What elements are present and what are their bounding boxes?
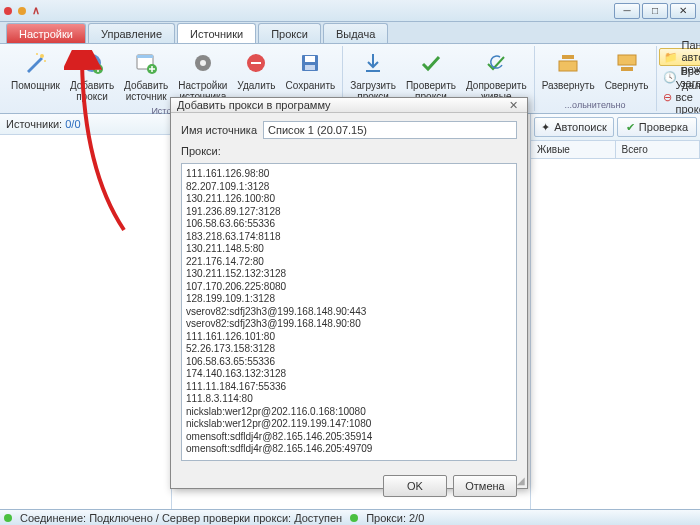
add-proxy-button[interactable]: Добавить прокси [65,46,119,105]
svg-rect-18 [621,67,633,71]
delete-icon [242,49,270,77]
ribbon-side-panel: 📁Панель авто-режима 🕓Время загрузки ⊖Уда… [657,46,701,111]
svg-rect-13 [305,56,315,62]
main-tabs: Настройки Управление Источники Прокси Вы… [0,22,700,44]
status-dot-icon [4,514,12,522]
helper-label: Помощник [11,80,60,91]
clock-icon: 🕓 [663,71,677,84]
tab-sources[interactable]: Источники [177,23,256,43]
tab-manage[interactable]: Управление [88,23,175,43]
svg-rect-17 [559,61,577,71]
tab-proxy[interactable]: Прокси [258,23,321,43]
statusbar: Соединение: Подключено / Сервер проверки… [0,509,700,525]
expand-label: Развернуть [542,80,595,91]
svg-rect-15 [366,70,380,72]
delete-all-label: Удалить все прокси [676,79,701,115]
app-dot-orange [18,7,26,15]
check-small-icon: ✔ [626,121,635,134]
tab-settings[interactable]: Настройки [6,23,86,43]
source-name-label: Имя источника [181,124,257,136]
window-controls: ─ □ ✕ [614,3,696,19]
minimize-button[interactable]: ─ [614,3,640,19]
save-icon [296,49,324,77]
svg-rect-16 [562,55,574,59]
expand-button[interactable]: Развернуть [537,46,600,94]
right-panel: ✦Автопоиск ✔Проверка Живые Всего [530,114,700,509]
save-label: Сохранить [286,80,336,91]
folder-icon: 📁 [664,51,678,64]
download-icon [359,49,387,77]
proxy-textarea[interactable]: 111.161.126.98:80 82.207.109.1:3128 130.… [181,163,517,461]
collapse-label: Свернуть [605,80,649,91]
status-proxies: Прокси: 2/0 [366,512,424,524]
app-dot-red [4,7,12,15]
add-proxy-label: Добавить прокси [70,80,114,102]
svg-point-9 [200,60,206,66]
add-proxy-icon [78,49,106,77]
total-col: Всего [616,141,701,158]
autosearch-tab[interactable]: ✦Автопоиск [534,117,614,137]
auto-mode-panel-button[interactable]: 📁Панель авто-режима [659,48,701,66]
dialog-body: Имя источника Прокси: 111.161.126.98:80 … [171,113,527,469]
check-icon [417,49,445,77]
dialog-titlebar[interactable]: Добавить прокси в программу ✕ [171,98,527,113]
status-dot-icon-2 [350,514,358,522]
dialog-buttons: OK Отмена [171,469,527,503]
check-tab[interactable]: ✔Проверка [617,117,697,137]
collapse-icon [613,49,641,77]
ribbon-group-extra-label: ...ольнительно [565,99,626,111]
sources-header: Источники: 0/0 [0,114,171,135]
title-icons: ∧ [4,4,40,17]
sources-panel: Источники: 0/0 [0,114,172,509]
svg-point-1 [36,53,38,55]
add-proxy-dialog: Добавить прокси в программу ✕ Имя источн… [170,97,528,489]
right-list[interactable] [531,159,700,509]
dialog-close-icon[interactable]: ✕ [505,98,521,112]
maximize-button[interactable]: □ [642,3,668,19]
sources-count: 0/0 [65,118,80,130]
wand-icon [21,49,49,77]
svg-rect-11 [251,62,261,64]
titlebar: ∧ ─ □ ✕ [0,0,700,22]
delete-all-button[interactable]: ⊖Удалить все прокси [659,88,701,106]
cancel-button[interactable]: Отмена [453,475,517,497]
close-window-button[interactable]: ✕ [670,3,696,19]
recheck-icon [482,49,510,77]
sources-list[interactable] [0,135,171,509]
gear-icon [189,49,217,77]
app-logo-icon: ∧ [32,4,40,17]
expand-icon [554,49,582,77]
svg-rect-19 [618,55,636,65]
svg-point-2 [44,60,46,62]
delete-label: Удалить [237,80,275,91]
dialog-title: Добавить прокси в программу [177,99,331,111]
source-name-input[interactable] [263,121,517,139]
magic-icon: ✦ [541,121,550,134]
add-source-label: Добавить источник [124,80,168,102]
svg-rect-14 [305,65,315,70]
live-col: Живые [531,141,616,158]
ok-button[interactable]: OK [383,475,447,497]
helper-button[interactable]: Помощник [6,46,65,105]
status-connection: Соединение: Подключено / Сервер проверки… [20,512,342,524]
delete-all-icon: ⊖ [663,91,672,104]
add-source-icon [132,49,160,77]
right-panel-tabs: ✦Автопоиск ✔Проверка [531,114,700,141]
svg-point-0 [40,54,44,58]
proxy-list-label: Прокси: [181,145,517,157]
right-panel-header: Живые Всего [531,141,700,159]
resize-grip-icon[interactable]: ◢ [517,475,525,486]
svg-rect-6 [137,55,153,58]
tab-output[interactable]: Выдача [323,23,388,43]
collapse-button[interactable]: Свернуть [600,46,654,94]
add-source-button[interactable]: Добавить источник [119,46,173,105]
